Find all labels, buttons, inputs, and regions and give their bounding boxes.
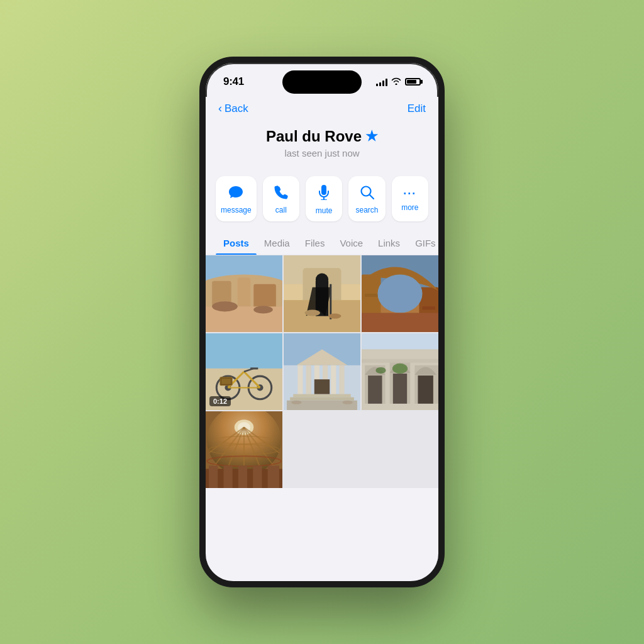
svg-rect-28 [423, 306, 435, 309]
svg-rect-52 [339, 365, 344, 394]
svg-rect-48 [306, 365, 311, 394]
more-icon: ··· [403, 188, 416, 199]
tab-files[interactable]: Files [297, 231, 333, 255]
svg-point-68 [392, 364, 408, 374]
svg-rect-70 [362, 359, 438, 363]
svg-rect-53 [293, 394, 351, 397]
svg-rect-29 [362, 313, 438, 333]
svg-rect-65 [393, 374, 407, 404]
svg-rect-31 [206, 333, 282, 369]
signal-icon [376, 77, 387, 86]
svg-rect-88 [238, 465, 247, 488]
svg-point-20 [305, 309, 320, 316]
battery-icon [405, 78, 421, 86]
back-button[interactable]: ‹ Back [218, 102, 248, 115]
dynamic-island [282, 70, 362, 94]
video-duration: 0:12 [209, 396, 231, 406]
mute-icon [318, 185, 330, 203]
phone-frame: 9:41 ‹ Ba [199, 57, 445, 587]
profile-section: Paul du Rove ★ last seen just now [206, 123, 438, 169]
chevron-left-icon: ‹ [218, 102, 222, 115]
nav-bar: ‹ Back Edit [206, 97, 438, 123]
svg-point-58 [343, 401, 353, 404]
more-label: more [401, 203, 418, 212]
more-button[interactable]: ··· more [392, 176, 428, 221]
post-item-7[interactable] [206, 411, 282, 488]
post-item-6[interactable] [362, 333, 438, 410]
search-icon [360, 186, 374, 202]
call-button[interactable]: call [263, 176, 299, 221]
message-button[interactable]: message [216, 176, 257, 221]
profile-name: Paul du Rove ★ [266, 128, 378, 145]
post-item-1[interactable] [206, 255, 282, 332]
search-button[interactable]: search [348, 176, 385, 221]
svg-rect-47 [297, 365, 303, 394]
mute-label: mute [316, 206, 333, 215]
action-buttons: message call [206, 169, 438, 229]
svg-point-11 [212, 301, 238, 311]
svg-point-26 [377, 275, 422, 313]
svg-point-21 [328, 314, 341, 319]
tab-links[interactable]: Links [370, 231, 408, 255]
profile-status: last seen just now [284, 148, 359, 158]
svg-point-12 [253, 306, 273, 313]
svg-rect-63 [368, 375, 382, 404]
status-time: 9:41 [223, 75, 244, 88]
tab-posts[interactable]: Posts [216, 231, 257, 255]
svg-rect-90 [268, 465, 279, 488]
post-item-2[interactable] [284, 255, 360, 332]
tab-media[interactable]: Media [257, 231, 297, 255]
screen: ‹ Back Edit Paul du Rove ★ last seen jus… [206, 97, 438, 581]
tabs: Posts Media Files Voice Links GIFs [206, 231, 438, 255]
svg-rect-54 [290, 397, 354, 401]
svg-rect-27 [365, 294, 377, 297]
profile-name-text: Paul du Rove [266, 128, 362, 145]
svg-rect-67 [418, 375, 433, 404]
tab-gifs[interactable]: GIFs [408, 231, 438, 255]
message-icon [228, 186, 243, 202]
post-item-3[interactable] [362, 255, 438, 332]
post-item-5[interactable] [284, 333, 360, 410]
call-label: call [275, 206, 287, 214]
svg-point-69 [375, 367, 386, 374]
posts-grid: 0:12 [206, 255, 438, 488]
wifi-icon [391, 77, 401, 87]
svg-point-57 [291, 401, 301, 404]
svg-rect-89 [253, 465, 262, 488]
back-label: Back [225, 103, 248, 115]
edit-button[interactable]: Edit [408, 103, 426, 115]
svg-point-18 [316, 273, 328, 286]
svg-line-3 [369, 195, 374, 199]
svg-rect-56 [314, 379, 330, 394]
star-icon: ★ [365, 128, 378, 145]
svg-rect-87 [223, 465, 232, 488]
tab-voice[interactable]: Voice [332, 231, 370, 255]
svg-rect-86 [209, 465, 218, 488]
svg-rect-51 [331, 365, 336, 394]
post-item-4[interactable]: 0:12 [206, 333, 282, 410]
mute-button[interactable]: mute [306, 176, 342, 221]
message-label: message [221, 206, 252, 214]
search-label: search [356, 206, 379, 214]
status-icons [376, 77, 421, 87]
call-icon [274, 186, 288, 202]
